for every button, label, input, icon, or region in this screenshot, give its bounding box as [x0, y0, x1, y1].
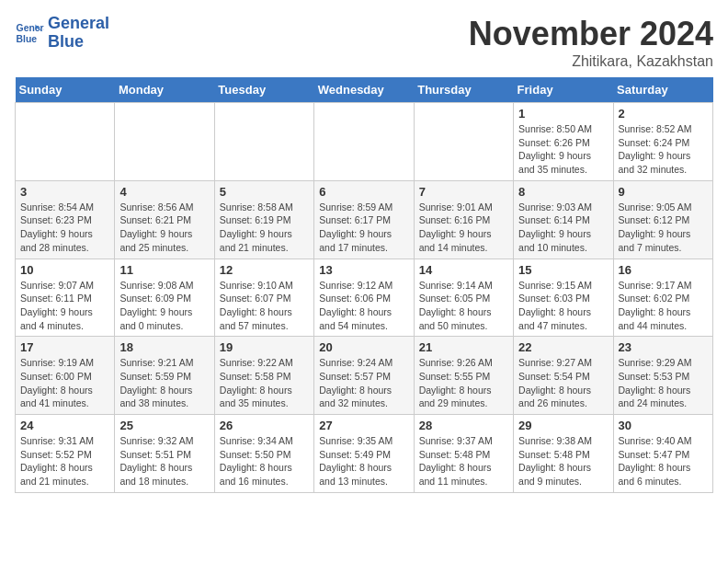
calendar-cell: 16Sunrise: 9:17 AMSunset: 6:02 PMDayligh…: [613, 259, 712, 337]
calendar-cell: 18Sunrise: 9:21 AMSunset: 5:59 PMDayligh…: [115, 337, 214, 415]
calendar-cell: 26Sunrise: 9:34 AMSunset: 5:50 PMDayligh…: [214, 415, 313, 493]
calendar-cell: 1Sunrise: 8:50 AMSunset: 6:26 PMDaylight…: [514, 103, 613, 181]
calendar-week-2: 3Sunrise: 8:54 AMSunset: 6:23 PMDaylight…: [16, 180, 713, 259]
day-number: 19: [220, 340, 309, 354]
logo-line1: General: [48, 15, 109, 33]
day-info: Sunrise: 8:58 AMSunset: 6:19 PMDaylight:…: [220, 201, 309, 255]
day-info: Sunrise: 9:29 AMSunset: 5:53 PMDaylight:…: [619, 356, 708, 410]
calendar-cell: 24Sunrise: 9:31 AMSunset: 5:52 PMDayligh…: [16, 415, 115, 493]
day-info: Sunrise: 9:24 AMSunset: 5:57 PMDaylight:…: [319, 356, 408, 410]
calendar-cell: 10Sunrise: 9:07 AMSunset: 6:11 PMDayligh…: [16, 259, 115, 337]
day-info: Sunrise: 9:14 AMSunset: 6:05 PMDaylight:…: [419, 279, 508, 333]
day-info: Sunrise: 9:17 AMSunset: 6:02 PMDaylight:…: [619, 279, 708, 333]
svg-text:General: General: [17, 23, 44, 33]
calendar-cell: 22Sunrise: 9:27 AMSunset: 5:54 PMDayligh…: [514, 337, 613, 415]
day-info: Sunrise: 9:12 AMSunset: 6:06 PMDaylight:…: [319, 279, 408, 333]
day-info: Sunrise: 8:59 AMSunset: 6:17 PMDaylight:…: [319, 201, 408, 255]
calendar-cell: 25Sunrise: 9:32 AMSunset: 5:51 PMDayligh…: [115, 415, 214, 493]
day-number: 17: [20, 340, 109, 354]
day-header-friday: Friday: [514, 77, 613, 103]
day-info: Sunrise: 9:37 AMSunset: 5:48 PMDaylight:…: [419, 434, 508, 488]
day-info: Sunrise: 9:10 AMSunset: 6:07 PMDaylight:…: [220, 279, 309, 333]
day-header-saturday: Saturday: [613, 77, 712, 103]
calendar-cell: 28Sunrise: 9:37 AMSunset: 5:48 PMDayligh…: [414, 415, 513, 493]
day-number: 7: [419, 185, 508, 199]
day-info: Sunrise: 9:34 AMSunset: 5:50 PMDaylight:…: [220, 434, 309, 488]
day-info: Sunrise: 9:26 AMSunset: 5:55 PMDaylight:…: [419, 356, 508, 410]
day-number: 24: [20, 419, 109, 432]
calendar-cell: 3Sunrise: 8:54 AMSunset: 6:23 PMDaylight…: [16, 180, 115, 259]
day-number: 4: [119, 185, 209, 199]
calendar-cell: 27Sunrise: 9:35 AMSunset: 5:49 PMDayligh…: [314, 415, 414, 493]
calendar-cell: 9Sunrise: 9:05 AMSunset: 6:12 PMDaylight…: [613, 180, 712, 259]
day-info: Sunrise: 9:01 AMSunset: 6:16 PMDaylight:…: [419, 201, 508, 255]
calendar-week-5: 24Sunrise: 9:31 AMSunset: 5:52 PMDayligh…: [16, 415, 713, 493]
day-header-sunday: Sunday: [16, 77, 115, 103]
calendar-cell: [16, 103, 115, 181]
day-number: 28: [419, 419, 508, 432]
day-number: 23: [619, 340, 708, 354]
day-number: 16: [619, 263, 708, 277]
header: General Blue General Blue November 2024 …: [15, 15, 713, 70]
day-number: 21: [419, 340, 508, 354]
calendar-cell: 11Sunrise: 9:08 AMSunset: 6:09 PMDayligh…: [115, 259, 214, 337]
month-title: November 2024: [469, 15, 713, 53]
day-number: 27: [319, 419, 408, 432]
day-number: 14: [419, 263, 508, 277]
day-info: Sunrise: 9:21 AMSunset: 5:59 PMDaylight:…: [119, 356, 209, 410]
day-number: 11: [119, 263, 209, 277]
day-info: Sunrise: 8:50 AMSunset: 6:26 PMDaylight:…: [518, 122, 608, 177]
calendar-cell: 2Sunrise: 8:52 AMSunset: 6:24 PMDaylight…: [613, 103, 712, 181]
calendar-cell: 8Sunrise: 9:03 AMSunset: 6:14 PMDaylight…: [514, 180, 613, 259]
day-info: Sunrise: 9:05 AMSunset: 6:12 PMDaylight:…: [619, 201, 708, 255]
day-header-monday: Monday: [115, 77, 214, 103]
day-info: Sunrise: 9:07 AMSunset: 6:11 PMDaylight:…: [20, 279, 109, 333]
day-number: 6: [319, 185, 408, 199]
day-number: 25: [119, 419, 209, 432]
day-number: 18: [119, 340, 209, 354]
day-info: Sunrise: 9:08 AMSunset: 6:09 PMDaylight:…: [119, 279, 209, 333]
day-number: 2: [619, 107, 708, 121]
day-header-tuesday: Tuesday: [214, 77, 313, 103]
calendar-cell: 21Sunrise: 9:26 AMSunset: 5:55 PMDayligh…: [414, 337, 513, 415]
calendar-week-1: 1Sunrise: 8:50 AMSunset: 6:26 PMDaylight…: [16, 103, 713, 181]
calendar-week-3: 10Sunrise: 9:07 AMSunset: 6:11 PMDayligh…: [16, 259, 713, 337]
calendar-cell: [115, 103, 214, 181]
day-number: 10: [20, 263, 109, 277]
day-info: Sunrise: 9:03 AMSunset: 6:14 PMDaylight:…: [518, 201, 608, 255]
day-number: 29: [518, 419, 608, 432]
day-header-wednesday: Wednesday: [314, 77, 414, 103]
logo: General Blue General Blue: [15, 15, 109, 52]
day-info: Sunrise: 9:31 AMSunset: 5:52 PMDaylight:…: [20, 434, 109, 488]
day-number: 15: [518, 263, 608, 277]
day-info: Sunrise: 9:38 AMSunset: 5:48 PMDaylight:…: [518, 434, 608, 488]
day-headers: SundayMondayTuesdayWednesdayThursdayFrid…: [16, 77, 713, 103]
day-info: Sunrise: 8:54 AMSunset: 6:23 PMDaylight:…: [20, 201, 109, 255]
day-number: 12: [220, 263, 309, 277]
day-number: 8: [518, 185, 608, 199]
day-info: Sunrise: 9:22 AMSunset: 5:58 PMDaylight:…: [220, 356, 309, 410]
day-number: 13: [319, 263, 408, 277]
calendar-cell: 20Sunrise: 9:24 AMSunset: 5:57 PMDayligh…: [314, 337, 414, 415]
day-number: 30: [619, 419, 708, 432]
day-info: Sunrise: 9:35 AMSunset: 5:49 PMDaylight:…: [319, 434, 408, 488]
day-header-thursday: Thursday: [414, 77, 513, 103]
calendar-table: SundayMondayTuesdayWednesdayThursdayFrid…: [15, 77, 713, 493]
calendar-cell: 17Sunrise: 9:19 AMSunset: 6:00 PMDayligh…: [16, 337, 115, 415]
day-info: Sunrise: 8:56 AMSunset: 6:21 PMDaylight:…: [119, 201, 209, 255]
calendar-cell: 6Sunrise: 8:59 AMSunset: 6:17 PMDaylight…: [314, 180, 414, 259]
calendar-cell: 4Sunrise: 8:56 AMSunset: 6:21 PMDaylight…: [115, 180, 214, 259]
day-info: Sunrise: 9:27 AMSunset: 5:54 PMDaylight:…: [518, 356, 608, 410]
day-number: 5: [220, 185, 309, 199]
calendar-cell: 14Sunrise: 9:14 AMSunset: 6:05 PMDayligh…: [414, 259, 513, 337]
day-number: 26: [220, 419, 309, 432]
day-info: Sunrise: 9:32 AMSunset: 5:51 PMDaylight:…: [119, 434, 209, 488]
calendar-cell: 15Sunrise: 9:15 AMSunset: 6:03 PMDayligh…: [514, 259, 613, 337]
day-info: Sunrise: 9:15 AMSunset: 6:03 PMDaylight:…: [518, 279, 608, 333]
calendar-cell: 19Sunrise: 9:22 AMSunset: 5:58 PMDayligh…: [214, 337, 313, 415]
day-info: Sunrise: 9:19 AMSunset: 6:00 PMDaylight:…: [20, 356, 109, 410]
day-info: Sunrise: 8:52 AMSunset: 6:24 PMDaylight:…: [619, 122, 708, 177]
calendar-cell: 7Sunrise: 9:01 AMSunset: 6:16 PMDaylight…: [414, 180, 513, 259]
day-number: 9: [619, 185, 708, 199]
calendar-cell: 12Sunrise: 9:10 AMSunset: 6:07 PMDayligh…: [214, 259, 313, 337]
